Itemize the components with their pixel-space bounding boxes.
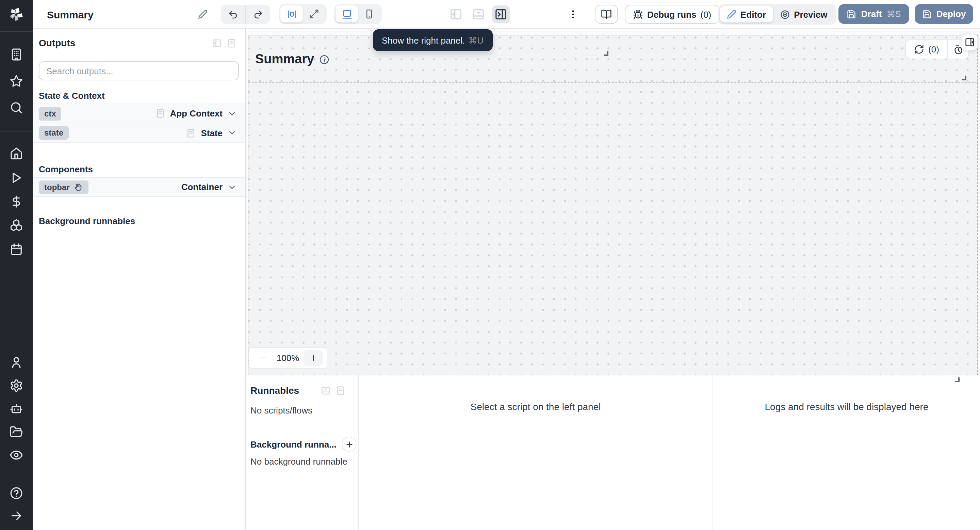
ai-bot-icon[interactable]	[10, 402, 23, 415]
rail-divider	[0, 131, 33, 131]
info-icon[interactable]	[319, 54, 329, 65]
variables-dollar-icon[interactable]	[10, 195, 23, 208]
tooltip-text: Show the right panel.	[382, 35, 465, 45]
folder-open-icon[interactable]	[10, 425, 23, 439]
left-rail	[0, 0, 33, 530]
chevron-down-icon[interactable]	[227, 109, 237, 118]
preview-tab[interactable]: Preview	[773, 6, 834, 22]
right-panel-tooltip: Show the right panel. ⌘U	[373, 29, 492, 51]
topbar-type-label: Container	[181, 182, 223, 192]
state-type-label: State	[201, 128, 223, 138]
draft-label: Draft	[861, 9, 882, 19]
section-state-context: State & Context	[39, 91, 245, 101]
chevron-down-icon[interactable]	[227, 128, 237, 137]
undo-button[interactable]	[221, 5, 245, 24]
refresh-count: (0)	[928, 44, 939, 54]
topbar-badge[interactable]: topbar	[39, 180, 89, 194]
toggle-right-panel-icon[interactable]	[492, 5, 510, 23]
editor-preview-segment: Editor Preview	[718, 4, 836, 24]
canvas-grid[interactable]: Summary	[248, 35, 978, 375]
resize-handle[interactable]	[604, 51, 608, 56]
canvas-refresh-group: (0)	[905, 40, 969, 59]
rail-divider	[0, 31, 33, 32]
state-badge[interactable]: state	[39, 126, 69, 140]
collapse-panel-icon[interactable]	[212, 38, 222, 48]
editor-label: Editor	[740, 9, 766, 19]
edit-title-pencil-icon[interactable]	[198, 10, 208, 19]
output-row-state[interactable]: state State	[33, 123, 245, 143]
resources-boxes-icon[interactable]	[10, 219, 23, 232]
app-canvas[interactable]: Summary (0)	[246, 29, 980, 375]
runnables-list-section: Runnables No scripts/flows Background ru…	[246, 375, 359, 530]
debug-runs-label: Debug runs	[647, 9, 696, 19]
draft-shortcut: ⌘S	[887, 9, 901, 19]
canvas-summary-title: Summary	[255, 51, 314, 66]
collapse-bottom-panel-icon[interactable]	[321, 385, 331, 396]
ctx-badge[interactable]: ctx	[39, 107, 62, 120]
resize-handle[interactable]	[955, 377, 959, 382]
editor-tab[interactable]: Editor	[720, 6, 773, 22]
schedules-calendar-icon[interactable]	[10, 243, 23, 256]
tooltip-shortcut: ⌘U	[468, 35, 484, 45]
app-window: Summary	[0, 0, 980, 530]
zoom-control: 100%	[248, 347, 327, 369]
centered-layout-button[interactable]	[280, 5, 303, 22]
panel-toggle-group	[447, 5, 510, 23]
redo-button[interactable]	[246, 5, 270, 24]
outputs-doc-icon[interactable]	[227, 38, 237, 48]
script-editor-placeholder: Select a script on the left panel	[359, 375, 713, 530]
output-row-ctx[interactable]: ctx App Context	[33, 104, 245, 123]
background-runnables-title: Background runna...	[250, 439, 337, 449]
help-icon[interactable]	[10, 486, 23, 500]
eye-icon[interactable]	[10, 448, 23, 462]
collapse-arrow-right-icon[interactable]	[10, 509, 23, 522]
preview-label: Preview	[794, 9, 827, 19]
topbar-container-component[interactable]: Summary	[248, 35, 977, 83]
open-right-panel-button[interactable]	[961, 34, 978, 50]
topbar-badge-label: topbar	[44, 182, 70, 192]
toggle-left-panel-icon[interactable]	[447, 5, 465, 23]
search-icon[interactable]	[10, 101, 23, 115]
section-background-runnables: Background runnables	[39, 216, 245, 226]
settings-gear-icon[interactable]	[10, 379, 23, 393]
device-toggle-group	[334, 4, 382, 24]
resize-handle[interactable]	[962, 76, 966, 80]
section-components: Components	[39, 164, 245, 174]
zoom-out-button[interactable]	[253, 350, 272, 366]
docs-book-button[interactable]	[595, 5, 618, 24]
runs-play-icon[interactable]	[10, 171, 23, 185]
workspace-building-icon[interactable]	[10, 48, 23, 61]
desktop-view-button[interactable]	[336, 5, 358, 22]
deploy-button[interactable]: Deploy	[915, 4, 973, 24]
chevron-down-icon[interactable]	[227, 182, 237, 192]
runnables-doc-icon[interactable]	[336, 385, 346, 396]
app-title: Summary	[47, 0, 94, 29]
no-background-runnable-text: No background runnable	[250, 457, 351, 467]
outputs-panel: Outputs State & Context ctx App Context	[33, 29, 246, 530]
full-width-button[interactable]	[303, 5, 325, 22]
no-scripts-text: No scripts/flows	[250, 405, 351, 415]
home-icon[interactable]	[10, 147, 23, 160]
hand-pointer-cursor-icon	[74, 182, 83, 192]
windmill-logo-icon[interactable]	[9, 7, 24, 22]
search-outputs-input[interactable]	[39, 61, 239, 80]
editor-toolbar: Summary	[33, 0, 980, 29]
debug-runs-button[interactable]: Debug runs (0)	[625, 5, 719, 24]
more-options-kebab-icon[interactable]	[568, 8, 579, 21]
user-icon[interactable]	[10, 356, 23, 369]
toggle-bottom-panel-icon[interactable]	[469, 5, 487, 23]
zoom-in-button[interactable]	[304, 350, 323, 366]
output-row-topbar[interactable]: topbar Container	[33, 177, 245, 197]
debug-runs-count: (0)	[700, 9, 711, 19]
logs-results-placeholder: Logs and results will be displayed here	[713, 375, 980, 530]
ctx-type-label: App Context	[170, 108, 223, 118]
favorites-star-icon[interactable]	[10, 74, 23, 88]
mobile-view-button[interactable]	[358, 5, 380, 22]
runnables-bottom-panel: Runnables No scripts/flows Background ru…	[246, 375, 980, 530]
save-draft-button[interactable]: Draft ⌘S	[838, 4, 909, 24]
refresh-components-button[interactable]: (0)	[906, 40, 947, 59]
layout-width-group	[279, 4, 327, 24]
zoom-level: 100%	[272, 353, 304, 363]
add-background-runnable-button[interactable]	[342, 437, 357, 452]
deploy-label: Deploy	[937, 9, 966, 19]
